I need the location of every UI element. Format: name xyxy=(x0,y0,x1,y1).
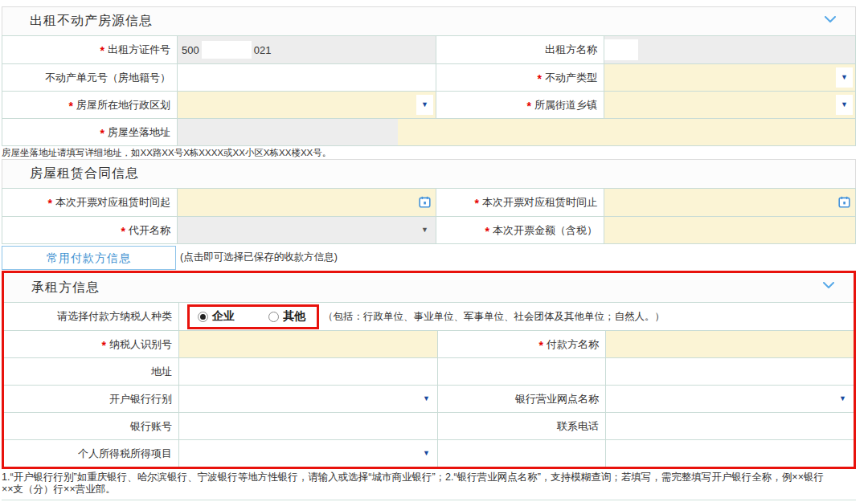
row-bank: 开户银行行别 ▼ 银行营业网点名称 ▼ xyxy=(4,385,854,412)
dropdown-box[interactable]: ▼ xyxy=(836,67,853,88)
chevron-down-icon[interactable] xyxy=(825,16,836,23)
lessee-address-input[interactable] xyxy=(178,358,437,385)
contact-phone-label: 联系电话 xyxy=(437,413,605,439)
required-mark: * xyxy=(48,197,52,210)
address-label: * 房屋坐落地址 xyxy=(2,119,177,145)
required-mark: * xyxy=(527,100,531,112)
invoice-amount-input[interactable] xyxy=(604,217,855,243)
bank-type-label: 开户银行行别 xyxy=(4,386,178,412)
empty-label-cell xyxy=(437,440,605,467)
dropdown-box[interactable]: ▼ xyxy=(416,95,433,115)
bank-hint-note: 1.“开户银行行别”如重庆银行、哈尔滨银行、宁波银行等地方性银行，请输入或选择“… xyxy=(2,471,856,496)
radio-unselected-icon xyxy=(268,312,279,322)
lessor-id-label: * 出租方证件号 xyxy=(2,36,177,63)
saved-payer-tab[interactable]: 常用付款方信息 xyxy=(2,246,176,270)
lessee-grid: 请选择付款方纳税人种类 企业 其他 （包括：行政单位、事业单位、军事单位、社会团 xyxy=(4,302,854,467)
empty-value-cell xyxy=(605,358,854,385)
required-mark: * xyxy=(102,339,106,352)
chevron-down-icon: ▼ xyxy=(839,395,846,402)
taxpayer-id-input[interactable] xyxy=(178,331,437,357)
contract-section-title: 房屋租赁合同信息 xyxy=(2,165,139,182)
bank-branch-select[interactable]: ▼ xyxy=(605,386,854,412)
row-lease-dates: * 本次开票对应租赁时间起 * 本次开票对应租赁时间止 xyxy=(2,189,855,216)
issue-name-label: * 代开名称 xyxy=(2,217,177,243)
bank-hint-line2: ××支（分）行××营业部。 xyxy=(2,484,856,496)
empty-value-cell xyxy=(605,440,854,467)
section-divider xyxy=(2,500,856,500)
required-mark: * xyxy=(485,225,489,238)
bank-type-select[interactable]: ▼ xyxy=(178,386,437,412)
empty-label-cell xyxy=(437,358,605,385)
address-detail-input[interactable] xyxy=(398,119,855,145)
chevron-down-icon: ▼ xyxy=(421,101,428,108)
masked-value xyxy=(202,41,252,59)
bank-account-input[interactable] xyxy=(178,413,437,439)
lease-end-input[interactable] xyxy=(604,189,855,216)
row-address2: 地址 xyxy=(4,357,854,385)
property-grid: * 出租方证件号 500 021 出租方名称 不动产单元号（房地籍号） xyxy=(2,35,856,146)
issue-name-select: ▼ xyxy=(177,217,436,243)
lease-end-label: * 本次开票对应租赁时间止 xyxy=(436,189,604,216)
district-label: * 房屋所在地行政区划 xyxy=(2,92,177,118)
row-account-phone: 银行账号 联系电话 xyxy=(4,412,854,439)
required-mark: * xyxy=(121,225,125,238)
required-mark: * xyxy=(100,44,104,57)
lessee-section-title: 承租方信息 xyxy=(4,280,100,296)
address-hint: 房屋坐落地址请填写详细地址，如XX路XX号X栋XXXX或XX小区X栋XX楼XX号… xyxy=(2,146,856,159)
property-section-header: 出租不动产房源信息 xyxy=(2,6,856,35)
radio-highlight-box: 企业 其他 xyxy=(187,304,319,329)
lessee-section-header: 承租方信息 xyxy=(4,273,854,302)
required-mark: * xyxy=(475,197,479,210)
radio-other[interactable]: 其他 xyxy=(268,309,305,324)
district-select[interactable]: ▼ xyxy=(177,92,436,118)
contract-grid: * 本次开票对应租赁时间起 * 本次开票对应租赁时间止 xyxy=(2,188,856,244)
address-prefix-field xyxy=(177,119,398,145)
dropdown-box[interactable]: ▼ xyxy=(836,95,853,115)
lessor-id-field: 500 021 xyxy=(177,36,436,63)
lessee-highlight-box: 承租方信息 请选择付款方纳税人种类 企业 xyxy=(2,271,856,469)
property-type-label: * 不动产类型 xyxy=(436,64,604,91)
property-section-title: 出租不动产房源信息 xyxy=(2,13,153,30)
contract-section: 房屋租赁合同信息 * 本次开票对应租赁时间起 * xyxy=(2,159,856,244)
lease-start-input[interactable] xyxy=(177,189,436,216)
calendar-icon[interactable] xyxy=(838,196,850,208)
row-issue-amount: * 代开名称 ▼ * 本次开票金额（含税） xyxy=(2,216,855,243)
contact-phone-input[interactable] xyxy=(605,413,854,439)
property-section: 出租不动产房源信息 * 出租方证件号 500 021 出租方名称 xyxy=(2,6,856,146)
invoice-amount-label: * 本次开票金额（含税） xyxy=(436,217,604,243)
payer-name-input[interactable] xyxy=(605,331,854,357)
bank-branch-label: 银行营业网点名称 xyxy=(437,386,605,412)
chevron-down-icon: ▼ xyxy=(421,227,428,234)
taxpayer-type-label: 请选择付款方纳税人种类 xyxy=(4,303,178,330)
radio-selected-icon xyxy=(198,312,208,322)
lease-start-label: * 本次开票对应租赁时间起 xyxy=(2,189,177,216)
taxpayer-type-note: （包括：行政单位、事业单位、军事单位、社会团体及其他单位；自然人。） xyxy=(323,310,665,324)
chevron-down-icon[interactable] xyxy=(823,282,834,289)
unit-no-input[interactable] xyxy=(177,64,436,91)
street-select[interactable]: ▼ xyxy=(604,92,855,118)
bank-hint-line1: 1.“开户银行行别”如重庆银行、哈尔滨银行、宁波银行等地方性银行，请输入或选择“… xyxy=(2,471,856,484)
lessor-name-field xyxy=(604,36,855,63)
required-mark: * xyxy=(538,72,542,85)
row-district-street: * 房屋所在地行政区划 ▼ * 所属街道乡镇 ▼ xyxy=(2,91,855,118)
required-mark: * xyxy=(539,339,543,352)
lessor-name-label: 出租方名称 xyxy=(436,36,604,63)
calendar-icon[interactable] xyxy=(419,196,431,208)
income-tax-item-select[interactable]: ▼ xyxy=(178,440,437,467)
row-lessor: * 出租方证件号 500 021 出租方名称 xyxy=(2,36,855,63)
row-income-item: 个人所得税所得项目 ▼ xyxy=(4,439,854,467)
income-tax-item-label: 个人所得税所得项目 xyxy=(4,440,178,467)
saved-payer-row: 常用付款方信息 (点击即可选择已保存的收款方信息) xyxy=(2,244,856,271)
lessee-address-label: 地址 xyxy=(4,358,178,385)
taxpayer-type-field: 企业 其他 （包括：行政单位、事业单位、军事单位、社会团体及其他单位；自然人。） xyxy=(178,303,854,330)
bank-account-label: 银行账号 xyxy=(4,413,178,439)
required-mark: * xyxy=(100,127,104,140)
row-taxpayer-id: * 纳税人识别号 * 付款方名称 xyxy=(4,330,854,357)
row-address: * 房屋坐落地址 xyxy=(2,118,855,145)
property-type-select[interactable]: ▼ xyxy=(604,64,855,91)
chevron-down-icon: ▼ xyxy=(841,101,848,108)
row-taxpayer-type: 请选择付款方纳税人种类 企业 其他 （包括：行政单位、事业单位、军事单位、社会团 xyxy=(4,303,854,330)
row-unit-type: 不动产单元号（房地籍号） * 不动产类型 ▼ xyxy=(2,63,855,91)
radio-enterprise[interactable]: 企业 xyxy=(198,309,235,324)
street-label: * 所属街道乡镇 xyxy=(436,92,604,118)
